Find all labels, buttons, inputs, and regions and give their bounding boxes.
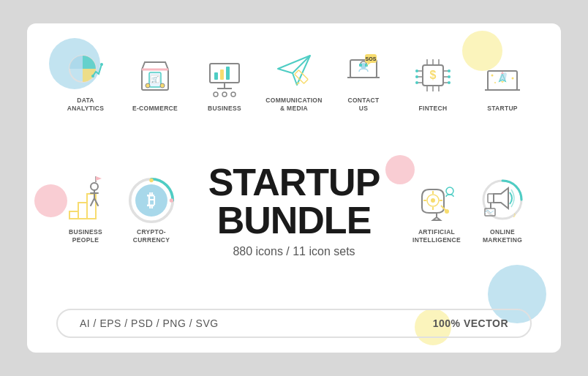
- icon-item-ecommerce: 🛒 E-COMMERCE: [126, 53, 184, 113]
- contact-icon: SOS: [340, 45, 387, 92]
- data-analytics-label: DATAANALYTICS: [67, 97, 105, 113]
- svg-rect-13: [220, 69, 224, 80]
- svg-rect-22: [359, 64, 362, 67]
- icon-item-business: BUSINESS: [195, 53, 254, 113]
- svg-point-43: [448, 69, 451, 72]
- center-text-block: STARTUP BUNDLE 880 icons / 11 icon sets: [181, 163, 407, 258]
- icon-item-marketing: ♪ ONLINEMARKETING: [473, 177, 532, 244]
- communication-label: COMMUNICATION& MEDIA: [265, 97, 322, 113]
- svg-point-1: [91, 75, 94, 78]
- marketing-icon: ♪: [479, 177, 526, 224]
- svg-point-69: [445, 209, 449, 214]
- top-icons-row: DATAANALYTICS 🛒: [56, 45, 532, 113]
- svg-point-40: [415, 69, 418, 72]
- vector-text: 100% VECTOR: [433, 317, 508, 329]
- middle-row: BUSINESSPEOPLE ₿: [56, 113, 532, 309]
- contact-label: CONTACTUS: [347, 97, 379, 113]
- ecommerce-label: E-COMMERCE: [132, 105, 178, 113]
- svg-point-45: [448, 81, 451, 84]
- svg-point-15: [214, 92, 218, 97]
- fintech-label: FINTECH: [419, 105, 448, 113]
- svg-point-48: [491, 75, 494, 77]
- svg-point-60: [170, 198, 173, 202]
- cryptocurrency-icon: ₿: [128, 177, 175, 224]
- svg-text:♪: ♪: [513, 211, 516, 219]
- svg-point-7: [146, 83, 150, 88]
- svg-point-49: [512, 78, 514, 80]
- svg-point-50: [494, 82, 496, 83]
- svg-rect-12: [214, 72, 218, 80]
- bottom-bar: AI / EPS / PSD / PNG / SVG 100% VECTOR: [56, 309, 532, 338]
- svg-rect-51: [69, 211, 78, 219]
- main-title-bundle: BUNDLE: [195, 201, 393, 239]
- icon-item-business-people: BUSINESSPEOPLE: [56, 177, 115, 244]
- svg-text:SOS: SOS: [366, 56, 377, 61]
- svg-point-41: [415, 75, 418, 78]
- ai-icon: [413, 177, 460, 224]
- svg-point-44: [448, 75, 451, 78]
- business-people-label: BUSINESSPEOPLE: [69, 228, 102, 244]
- svg-rect-14: [226, 67, 230, 80]
- svg-point-17: [231, 92, 235, 97]
- main-card: DATAANALYTICS 🛒: [27, 23, 561, 353]
- startup-icon: [479, 53, 526, 100]
- svg-point-62: [431, 198, 435, 203]
- icon-item-fintech: $: [404, 53, 462, 113]
- svg-rect-52: [78, 203, 87, 219]
- business-people-icon: [62, 177, 109, 224]
- svg-point-2: [100, 63, 103, 66]
- svg-point-16: [222, 92, 227, 97]
- icon-item-ai: ARTIFICIALINTELLIGENCE: [407, 177, 466, 244]
- business-icon: [201, 53, 248, 100]
- svg-point-42: [415, 81, 418, 84]
- svg-point-54: [91, 183, 98, 190]
- communication-icon: [271, 45, 317, 92]
- marketing-label: ONLINEMARKETING: [483, 228, 522, 244]
- startup-label: STARTUP: [487, 105, 518, 113]
- svg-text:$: $: [430, 69, 437, 81]
- left-bottom-icons: BUSINESSPEOPLE ₿: [56, 177, 181, 244]
- icon-item-cryptocurrency: ₿ CRYPTO-CURRENCY: [122, 177, 181, 244]
- svg-rect-71: [488, 194, 494, 203]
- icon-item-data-analytics: DATAANALYTICS: [56, 45, 115, 113]
- data-analytics-icon: [62, 45, 109, 92]
- svg-point-67: [446, 187, 453, 195]
- cryptocurrency-label: CRYPTO-CURRENCY: [133, 228, 170, 244]
- svg-point-8: [160, 83, 165, 88]
- fintech-icon: $: [410, 53, 456, 100]
- icon-item-communication: COMMUNICATION& MEDIA: [265, 45, 323, 113]
- main-title-startup: STARTUP: [195, 163, 393, 201]
- business-label: BUSINESS: [208, 105, 241, 113]
- ecommerce-icon: 🛒: [132, 53, 178, 100]
- formats-text: AI / EPS / PSD / PNG / SVG: [80, 317, 219, 329]
- svg-point-59: [149, 178, 153, 182]
- right-bottom-icons: ARTIFICIALINTELLIGENCE: [407, 177, 532, 244]
- icon-item-contact: SOS CONTACTUS: [334, 45, 393, 113]
- svg-text:🛒: 🛒: [151, 75, 159, 83]
- svg-text:₿: ₿: [147, 190, 156, 210]
- icon-item-startup: STARTUP: [473, 53, 532, 113]
- ai-label: ARTIFICIALINTELLIGENCE: [412, 228, 461, 244]
- stats-text: 880 icons / 11 icon sets: [195, 245, 393, 258]
